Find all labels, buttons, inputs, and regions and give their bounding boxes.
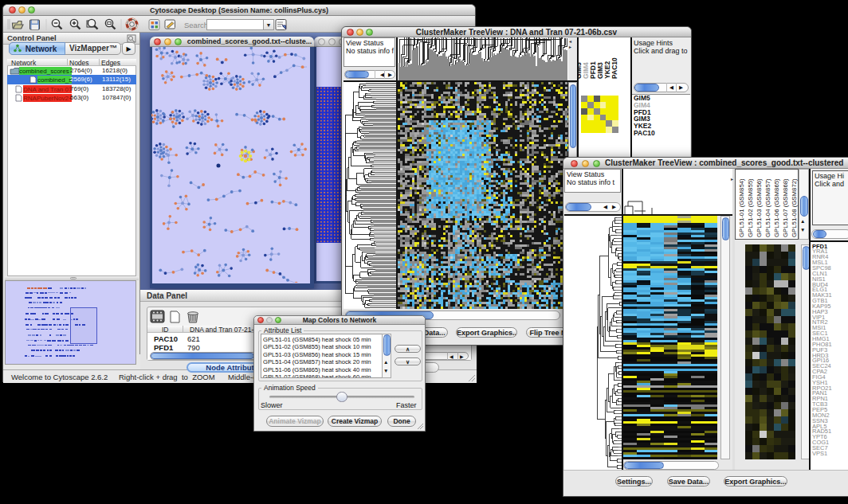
svg-text:GPL51-03 (GSM856): GPL51-03 (GSM856): [756, 178, 763, 237]
svg-text:GPL51-07 (GSM868): GPL51-07 (GSM868): [782, 178, 789, 237]
svg-text:GPL51-01 (GSM854): GPL51-01 (GSM854): [738, 178, 745, 237]
svg-text:GPL51-04 (GSM857): GPL51-04 (GSM857): [764, 178, 771, 237]
svg-text:GPL51-02 (GSM855): GPL51-02 (GSM855): [747, 178, 754, 237]
svg-text:GPL51-06 (GSM865): GPL51-06 (GSM865): [773, 178, 780, 237]
svg-text:PAC10: PAC10: [610, 57, 618, 79]
svg-text:GPL51-08 (GSM872): GPL51-08 (GSM872): [791, 178, 798, 237]
svg-text:VPS1: VPS1: [812, 450, 827, 457]
